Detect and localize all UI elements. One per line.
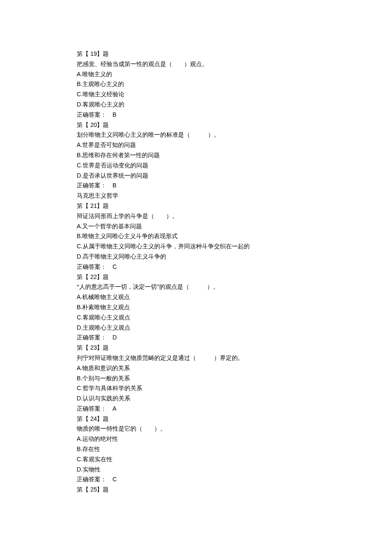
option-letter: C. (77, 243, 83, 250)
option-text: 世界是否运动变化的问题 (83, 162, 148, 169)
option-text: 朴素唯物主义观点 (82, 304, 130, 311)
option-text: 个别与一般的关系 (82, 375, 130, 382)
answer-value: C (112, 263, 117, 270)
option-text: 唯物主义经验论 (83, 91, 124, 98)
question-header-suffix: 】题 (97, 203, 109, 209)
option-letter: B. (77, 304, 82, 311)
spacer (107, 476, 112, 483)
option-letter: A. (77, 71, 82, 78)
option-text: 高于唯物主义同唯心主义斗争的 (83, 253, 166, 260)
option: A.又一个哲学的基本问题 (77, 221, 315, 232)
answer-value: A (112, 405, 116, 412)
question-header-suffix: 】题 (97, 122, 109, 128)
spacer (107, 264, 112, 270)
option: D.主观唯心主义观点 (77, 323, 315, 333)
correct-answer: 正确答案： A (77, 404, 315, 414)
option-text: 是否承认世界统一的问题 (83, 173, 148, 179)
option-text: 又一个哲学的基本问题 (82, 223, 142, 230)
answer-label: 正确答案： (77, 264, 107, 270)
question-header-suffix: 】题 (97, 51, 109, 57)
question-header-prefix: 第【 (77, 203, 89, 209)
question-stem: 辩证法同形而上学的斗争是（ ）。 (77, 211, 315, 221)
question-number: 20 (89, 121, 97, 128)
question-number: 21 (89, 202, 97, 209)
option-text: 运动的绝对性 (82, 436, 118, 442)
question-header: 第【 22】题 (77, 272, 315, 282)
option: C.从属于唯物主义同唯心主义的斗争，并同这种斗争交织在一起的 (77, 242, 315, 252)
question-header-suffix: 】题 (97, 486, 109, 493)
option-letter: C. (77, 385, 83, 391)
question-number: 22 (89, 273, 97, 280)
question-header-prefix: 第【 (77, 345, 89, 351)
option: A.机械唯物主义观点 (77, 292, 315, 302)
answer-label: 正确答案： (77, 182, 107, 189)
option: B.唯物主义同唯心主义斗争的表现形式 (77, 231, 315, 242)
spacer (107, 405, 112, 412)
correct-answer: 正确答案： C (77, 262, 315, 272)
question-header-suffix: 】题 (97, 345, 109, 351)
section-label: 马克思主义哲学 (77, 191, 315, 201)
option-letter: D. (77, 101, 83, 108)
question-number: 23 (89, 344, 97, 351)
option: B.主观唯心主义的 (77, 79, 315, 89)
option-text: 机械唯物主义观点 (82, 294, 130, 300)
question-number: 19 (89, 50, 97, 57)
option-text: 客观唯心主义的 (83, 101, 124, 108)
option-text: 思维和存在何者第一性的问题 (82, 152, 160, 158)
answer-value: D (112, 334, 117, 341)
question-header: 第【 25】题 (77, 485, 315, 495)
option: D.客观唯心主义的 (77, 100, 315, 110)
answer-value: C (112, 476, 117, 483)
correct-answer: 正确答案： B (77, 181, 315, 191)
option: C.唯物主义经验论 (77, 89, 315, 100)
option: B.个别与一般的关系 (77, 374, 315, 384)
option: C.世界是否运动变化的问题 (77, 161, 315, 171)
spacer (107, 182, 112, 189)
question-stem: 把感觉、经验当成第一性的观点是（ ）观点。 (77, 59, 315, 69)
option-letter: C. (77, 162, 83, 169)
question-stem: “人的意志高于一切，决定一切”的观点是（ ）。 (77, 282, 315, 292)
option-letter: D. (77, 466, 83, 473)
option-letter: A. (77, 141, 82, 148)
option: D.认识与实践的关系 (77, 394, 315, 404)
option-text: 哲学与具体科学的关系 (83, 385, 142, 391)
option-letter: D. (77, 395, 83, 402)
question-stem: 列宁对辩证唯物主义物质范畴的定义是通过（ ）界定的。 (77, 353, 315, 363)
option: D.高于唯物主义同唯心主义斗争的 (77, 252, 315, 262)
correct-answer: 正确答案： D (77, 333, 315, 343)
question-stem: 划分唯物主义同唯心主义的唯一的标准是（ ）。 (77, 130, 315, 140)
question-number: 25 (89, 486, 97, 493)
option-text: 主观唯心主义的 (82, 81, 124, 87)
option-letter: D. (77, 253, 83, 260)
answer-label: 正确答案： (77, 334, 107, 341)
answer-value: B (112, 111, 116, 118)
question-header-suffix: 】题 (97, 416, 109, 422)
question-header-prefix: 第【 (77, 416, 89, 422)
option-text: 唯物主义的 (82, 71, 112, 78)
document-page: 第【 19】题把感觉、经验当成第一性的观点是（ ）观点。A.唯物主义的B.主观唯… (0, 0, 392, 555)
option-letter: D. (77, 324, 83, 331)
answer-label: 正确答案： (77, 405, 107, 412)
question-header: 第【 21】题 (77, 201, 315, 211)
question-header: 第【 19】题 (77, 49, 315, 59)
question-stem: 物质的唯一特性是它的（ ）。 (77, 424, 315, 434)
option-letter: A. (77, 435, 82, 442)
option-text: 主观唯心主义观点 (83, 325, 130, 331)
option-text: 存在性 (82, 446, 100, 452)
option-letter: B. (77, 375, 82, 382)
option: B.朴素唯物主义观点 (77, 302, 315, 313)
option: D.实物性 (77, 465, 315, 475)
option: A.世界是否可知的问题 (77, 140, 315, 150)
option: A.唯物主义的 (77, 69, 315, 80)
question-header: 第【 20】题 (77, 120, 315, 130)
option-letter: C. (77, 456, 83, 463)
option-text: 认识与实践的关系 (83, 395, 130, 402)
option-letter: A. (77, 223, 82, 230)
option: C.哲学与具体科学的关系 (77, 383, 315, 394)
option-letter: B. (77, 233, 82, 239)
correct-answer: 正确答案： B (77, 110, 315, 120)
option-text: 物质和意识的关系 (82, 365, 130, 371)
option-letter: C. (77, 314, 83, 321)
option-text: 唯物主义同唯心主义斗争的表现形式 (82, 233, 178, 239)
question-header: 第【 23】题 (77, 343, 315, 353)
